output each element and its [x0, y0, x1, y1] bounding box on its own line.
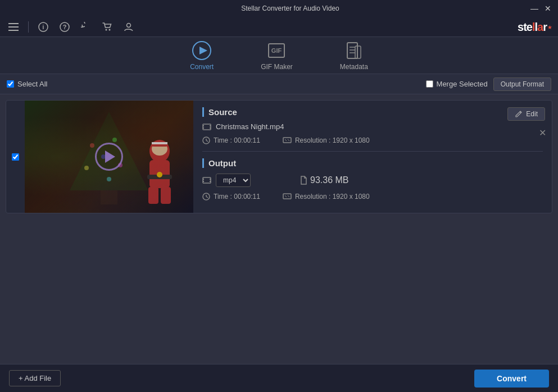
svg-rect-51: [210, 179, 211, 180]
user-icon[interactable]: [122, 20, 135, 34]
close-button[interactable]: ✕: [543, 4, 552, 13]
tab-metadata[interactable]: Metadata: [333, 37, 375, 74]
output-meta-row: Time : 00:00:11 Resolution : 1920 x 1080: [202, 193, 543, 200]
svg-rect-0: [8, 23, 19, 24]
select-bar: Select All Merge Selected Output Format: [0, 74, 558, 94]
svg-rect-31: [161, 187, 171, 204]
output-resolution-icon: [283, 193, 292, 200]
source-title: Source: [202, 107, 543, 117]
merge-selected-checkbox[interactable]: [426, 80, 433, 88]
play-button[interactable]: [95, 143, 123, 171]
svg-point-27: [107, 177, 111, 181]
file-name-row: Christmas Night.mp4: [202, 122, 543, 131]
svg-line-44: [206, 140, 208, 142]
content-area: Source Christmas Night.mp4: [0, 94, 558, 364]
source-time: Time : 00:00:11: [202, 136, 260, 144]
logo-text: stellar: [518, 20, 547, 33]
file-name: Christmas Night.mp4: [216, 122, 284, 131]
svg-rect-34: [152, 142, 167, 144]
svg-rect-40: [210, 125, 211, 126]
svg-text:?: ?: [63, 24, 67, 30]
tab-gif-maker[interactable]: GIF GIF Maker: [254, 37, 300, 74]
svg-point-9: [127, 23, 131, 27]
tab-convert[interactable]: Convert: [183, 37, 220, 74]
svg-rect-37: [203, 124, 211, 130]
logo: stellar ★: [518, 20, 552, 33]
edit-button[interactable]: Edit: [507, 107, 545, 121]
svg-line-58: [288, 195, 289, 197]
svg-point-36: [157, 172, 162, 177]
svg-rect-45: [283, 138, 291, 143]
svg-point-25: [84, 166, 89, 170]
file-thumbnail: [25, 101, 193, 213]
source-meta-row: Time : 00:00:11 Resolution : 1920 x 1080: [202, 136, 543, 144]
convert-button[interactable]: Convert: [474, 370, 549, 388]
svg-text:i: i: [43, 24, 44, 30]
thumbnail-placeholder: [25, 101, 193, 213]
svg-point-8: [109, 29, 111, 30]
output-film-icon: [202, 176, 211, 184]
resolution-icon: [283, 137, 292, 144]
film-icon: [202, 123, 211, 131]
svg-rect-56: [283, 194, 291, 199]
file-size-icon: [300, 176, 307, 185]
output-section: Output mp4: [202, 151, 543, 200]
svg-line-47: [288, 139, 289, 141]
svg-point-23: [112, 138, 117, 142]
merge-selected-label[interactable]: Merge Selected: [426, 80, 488, 88]
source-resolution-value: Resolution : 1920 x 1080: [295, 136, 370, 144]
output-resolution: Resolution : 1920 x 1080: [283, 193, 370, 200]
cart-icon[interactable]: [101, 20, 114, 34]
file-checkbox[interactable]: [12, 153, 19, 161]
output-size: 93.36 MB: [310, 175, 348, 185]
select-all-checkbox[interactable]: [7, 80, 14, 88]
convert-tab-label: Convert: [190, 63, 214, 71]
toolbar-divider: [28, 21, 29, 33]
file-info: Source Christmas Night.mp4: [193, 101, 552, 213]
svg-rect-30: [148, 187, 158, 204]
output-time-value: Time : 00:00:11: [214, 193, 260, 200]
merge-selected-text: Merge Selected: [437, 80, 488, 88]
menu-icon[interactable]: [7, 20, 20, 34]
output-time: Time : 00:00:11: [202, 193, 260, 200]
gif-maker-tab-label: GIF Maker: [261, 63, 293, 71]
output-format-row: mp4 93.36 MB: [202, 174, 543, 187]
clock-icon: [202, 136, 210, 144]
svg-marker-11: [199, 47, 207, 54]
svg-rect-14: [347, 43, 357, 58]
window-title: Stellar Converter for Audio Video: [51, 4, 530, 12]
output-format-select[interactable]: mp4: [216, 174, 251, 187]
file-card: Source Christmas Night.mp4: [6, 100, 552, 213]
file-checkbox-area: [6, 101, 25, 213]
output-size-area: 93.36 MB: [300, 175, 348, 185]
help-icon[interactable]: ?: [58, 20, 71, 34]
svg-text:GIF: GIF: [271, 47, 282, 54]
svg-rect-38: [203, 125, 204, 126]
info-icon[interactable]: i: [37, 20, 50, 34]
svg-rect-2: [8, 30, 19, 31]
svg-line-55: [206, 197, 208, 198]
output-title: Output: [202, 158, 543, 168]
svg-rect-49: [203, 179, 204, 180]
svg-rect-1: [8, 26, 19, 28]
select-all-text: Select All: [17, 80, 47, 88]
output-resolution-value: Resolution : 1920 x 1080: [295, 193, 370, 200]
output-clock-icon: [202, 193, 210, 200]
select-all-label[interactable]: Select All: [7, 80, 47, 88]
gif-maker-tab-icon: GIF: [266, 40, 287, 61]
undo-icon[interactable]: [79, 20, 93, 34]
metadata-tab-icon: [344, 40, 364, 61]
edit-icon: [515, 110, 523, 118]
output-format-button[interactable]: Output Format: [493, 78, 551, 91]
close-card-button[interactable]: ✕: [537, 127, 547, 138]
convert-tab-icon: [192, 40, 212, 61]
nav-tabs: Convert GIF GIF Maker Metadata: [0, 37, 558, 74]
logo-star: ★: [547, 24, 552, 30]
svg-rect-50: [203, 181, 204, 182]
merge-area: Merge Selected Output Format: [426, 78, 551, 91]
source-resolution: Resolution : 1920 x 1080: [283, 136, 370, 144]
source-time-value: Time : 00:00:11: [214, 136, 260, 144]
svg-rect-39: [203, 127, 204, 129]
minimize-button[interactable]: —: [530, 4, 539, 13]
add-file-button[interactable]: + Add File: [9, 370, 61, 386]
